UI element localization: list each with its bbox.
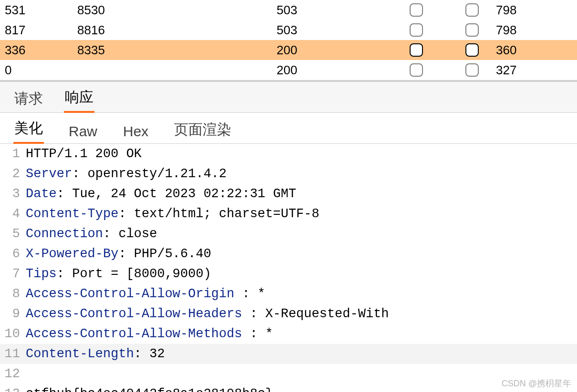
line-number: 9 — [0, 304, 24, 324]
cell-check2 — [448, 43, 496, 57]
header-value: : text/html; charset=UTF-8 — [118, 207, 319, 221]
main-tab[interactable]: 请求 — [13, 87, 44, 112]
line-number: 11 — [0, 344, 24, 364]
line-code[interactable]: Tips: Port = [8000,9000) — [24, 264, 577, 284]
cell-check2 — [448, 3, 496, 17]
checkbox-icon[interactable] — [410, 43, 423, 57]
cell-col1: 531 — [5, 3, 77, 18]
response-line: 3Date: Tue, 24 Oct 2023 02:22:31 GMT — [0, 184, 577, 204]
header-name: Access-Control-Allow-Methods — [26, 327, 250, 341]
line-number: 2 — [0, 164, 24, 184]
cell-check1 — [384, 43, 448, 57]
response-line: 7Tips: Port = [8000,9000) — [0, 264, 577, 284]
checkbox-icon[interactable] — [410, 23, 423, 37]
response-line: 2Server: openresty/1.21.4.2 — [0, 164, 577, 184]
sub-tab[interactable]: Raw — [68, 121, 98, 143]
header-name: Content-Type — [26, 207, 118, 221]
header-value: : 32 — [134, 347, 165, 361]
line-code[interactable]: HTTP/1.1 200 OK — [24, 144, 577, 164]
line-code[interactable]: Server: openresty/1.21.4.2 — [24, 164, 577, 184]
response-line: 1HTTP/1.1 200 OK — [0, 144, 577, 164]
line-number: 13 — [0, 384, 24, 392]
header-name: Access-Control-Allow-Headers — [26, 307, 250, 321]
cell-col2: 8335 — [77, 43, 277, 58]
response-line: 9Access-Control-Allow-Headers : X-Reques… — [0, 304, 577, 324]
checkbox-icon[interactable] — [465, 63, 479, 77]
line-number: 12 — [0, 364, 24, 384]
line-code[interactable]: Access-Control-Allow-Headers : X-Request… — [24, 304, 577, 324]
response-line: 8Access-Control-Allow-Origin : * — [0, 284, 577, 304]
cell-check1 — [384, 3, 448, 17]
table-row[interactable]: 0200327 — [0, 60, 577, 80]
line-code[interactable] — [24, 364, 577, 384]
response-line: 13ctfhub{bc4ec40442fe8a1e28198b8c} — [0, 384, 577, 392]
header-value: : X-Requested-With — [250, 307, 389, 321]
line-number: 10 — [0, 324, 24, 344]
main-tabs: 请求响应 — [0, 82, 577, 113]
response-line: 4Content-Type: text/html; charset=UTF-8 — [0, 204, 577, 224]
header-value: : Tue, 24 Oct 2023 02:22:31 GMT — [57, 187, 296, 201]
cell-length: 360 — [496, 43, 577, 58]
header-value: : close — [103, 227, 157, 241]
cell-check1 — [384, 23, 448, 37]
sub-tab[interactable]: 美化 — [13, 117, 44, 144]
checkbox-icon[interactable] — [465, 43, 479, 57]
cell-status: 200 — [277, 43, 384, 58]
line-code[interactable]: Access-Control-Allow-Methods : * — [24, 324, 577, 344]
line-code[interactable]: Access-Control-Allow-Origin : * — [24, 284, 577, 304]
line-code[interactable]: Content-Type: text/html; charset=UTF-8 — [24, 204, 577, 224]
header-name: Server — [26, 167, 72, 181]
cell-check2 — [448, 63, 496, 77]
line-number: 5 — [0, 224, 24, 244]
header-name: Date — [26, 187, 57, 201]
line-number: 1 — [0, 144, 24, 164]
header-value: : openresty/1.21.4.2 — [72, 167, 227, 181]
main-tab[interactable]: 响应 — [64, 86, 94, 113]
line-code[interactable]: Date: Tue, 24 Oct 2023 02:22:31 GMT — [24, 184, 577, 204]
line-code[interactable]: Content-Length: 32 — [24, 344, 577, 364]
cell-check2 — [448, 23, 496, 37]
header-value: : Port = [8000,9000) — [57, 267, 211, 281]
table-row[interactable]: 5318530503798 — [0, 0, 577, 20]
cell-col1: 817 — [5, 23, 77, 38]
response-line: 6X-Powered-By: PHP/5.6.40 — [0, 244, 577, 264]
line-number: 8 — [0, 284, 24, 304]
line-code[interactable]: X-Powered-By: PHP/5.6.40 — [24, 244, 577, 264]
response-line: 5Connection: close — [0, 224, 577, 244]
cell-col1: 336 — [5, 43, 77, 58]
checkbox-icon[interactable] — [465, 23, 479, 37]
header-name: Access-Control-Allow-Origin — [26, 287, 242, 301]
line-number: 4 — [0, 204, 24, 224]
cell-status: 503 — [277, 3, 384, 18]
results-table[interactable]: 5318530503798817881650379833683352003600… — [0, 0, 577, 80]
checkbox-icon[interactable] — [410, 63, 423, 77]
header-value: : * — [242, 287, 266, 301]
table-row[interactable]: 3368335200360 — [0, 40, 577, 60]
cell-length: 798 — [496, 23, 577, 38]
header-value: : * — [250, 327, 273, 341]
sub-tabs: 美化RawHex页面渲染 — [0, 113, 577, 144]
line-code[interactable]: ctfhub{bc4ec40442fe8a1e28198b8c} — [24, 384, 577, 392]
line-number: 6 — [0, 244, 24, 264]
cell-check1 — [384, 63, 448, 77]
app-root: 5318530503798817881650379833683352003600… — [0, 0, 577, 392]
cell-length: 327 — [496, 63, 577, 78]
response-viewer[interactable]: 1HTTP/1.1 200 OK2Server: openresty/1.21.… — [0, 144, 577, 392]
cell-status: 200 — [277, 63, 384, 78]
header-name: X-Powered-By — [26, 247, 118, 261]
line-number: 3 — [0, 184, 24, 204]
response-line: 10Access-Control-Allow-Methods : * — [0, 324, 577, 344]
cell-status: 503 — [277, 23, 384, 38]
sub-tab[interactable]: Hex — [122, 121, 149, 143]
cell-col2: 8816 — [77, 23, 277, 38]
header-name: Content-Length — [26, 347, 134, 361]
header-name: Connection — [26, 227, 103, 241]
checkbox-icon[interactable] — [465, 3, 479, 17]
table-row[interactable]: 8178816503798 — [0, 20, 577, 40]
response-line: 11Content-Length: 32 — [0, 344, 577, 364]
checkbox-icon[interactable] — [410, 3, 423, 17]
cell-col1: 0 — [5, 63, 77, 78]
sub-tab[interactable]: 页面渲染 — [173, 118, 232, 143]
line-code[interactable]: Connection: close — [24, 224, 577, 244]
response-line: 12 — [0, 364, 577, 384]
